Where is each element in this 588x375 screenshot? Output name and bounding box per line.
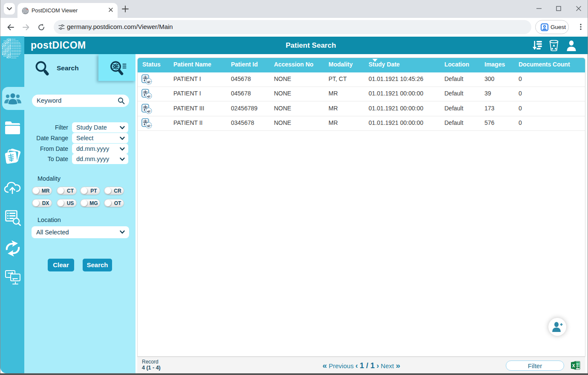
svg-text:10101: 10101 [11,57,17,59]
svg-text:X: X [572,363,575,368]
